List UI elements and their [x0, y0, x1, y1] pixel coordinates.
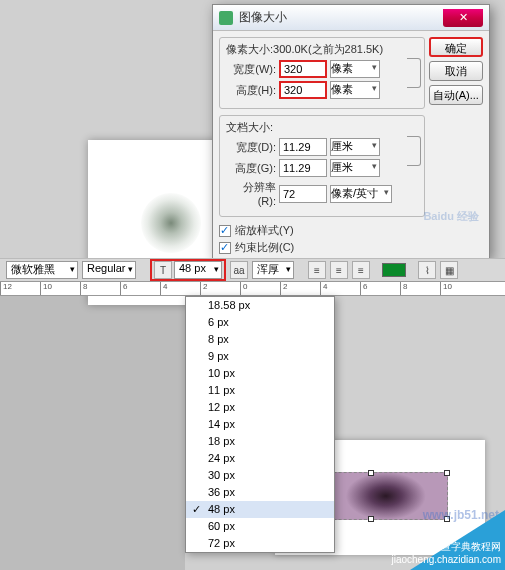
doc-height-input[interactable] [279, 159, 327, 177]
doc-width-unit[interactable]: 厘米 [330, 138, 380, 156]
image-size-dialog: 图像大小 ✕ 像素大小:300.0K(之前为281.5K) 宽度(W): 像素 … [212, 4, 490, 259]
scale-styles-checkbox[interactable]: 缩放样式(Y) [219, 223, 425, 238]
font-size-dropdown: 18.58 px6 px8 px9 px10 px11 px12 px14 px… [185, 296, 335, 553]
constrain-proportions-checkbox[interactable]: 约束比例(C) [219, 240, 425, 255]
transform-handle[interactable] [444, 470, 450, 476]
text-color-swatch[interactable] [382, 263, 406, 277]
checkbox-icon [219, 225, 231, 237]
doc-height-unit[interactable]: 厘米 [330, 159, 380, 177]
close-button[interactable]: ✕ [443, 9, 483, 27]
panel-toggle-icon[interactable]: ▦ [440, 261, 458, 279]
size-option[interactable]: 11 px [186, 382, 334, 399]
size-option[interactable]: 12 px [186, 399, 334, 416]
pixel-size-label: 像素大小:300.0K(之前为281.5K) [226, 42, 418, 57]
corner-text: 查字典教程网 jiaocheng.chazidian.com [391, 540, 501, 566]
font-size-icon: T [154, 261, 172, 279]
resolution-input[interactable] [279, 185, 327, 203]
font-family-select[interactable]: 微软雅黑 [6, 261, 78, 279]
size-option[interactable]: 8 px [186, 331, 334, 348]
size-option[interactable]: 30 px [186, 467, 334, 484]
cancel-button[interactable]: 取消 [429, 61, 483, 81]
link-icon[interactable] [407, 136, 421, 166]
doc-size-label: 文档大小: [226, 120, 418, 135]
text-options-toolbar: 微软雅黑 Regular T 48 px aa 浑厚 ≡ ≡ ≡ ⌇ ▦ [0, 258, 505, 282]
size-option[interactable]: 24 px [186, 450, 334, 467]
horizontal-ruler: 12108642024681012 [0, 282, 505, 296]
align-center-icon[interactable]: ≡ [330, 261, 348, 279]
auto-button[interactable]: 自动(A)... [429, 85, 483, 105]
size-option[interactable]: 60 px [186, 518, 334, 535]
warp-text-icon[interactable]: ⌇ [418, 261, 436, 279]
antialias-icon: aa [230, 261, 248, 279]
dialog-title: 图像大小 [239, 9, 443, 26]
antialias-select[interactable]: 浑厚 [252, 261, 294, 279]
doc-height-label: 高度(G): [226, 161, 276, 176]
size-option[interactable]: 9 px [186, 348, 334, 365]
width-label: 宽度(W): [226, 62, 276, 77]
font-size-select[interactable]: 48 px [174, 261, 222, 279]
size-option[interactable]: 18 px [186, 433, 334, 450]
resolution-label: 分辨率(R): [226, 180, 276, 207]
align-left-icon[interactable]: ≡ [308, 261, 326, 279]
baidu-watermark: Baidu 经验 [423, 209, 479, 224]
height-label: 高度(H): [226, 83, 276, 98]
size-option[interactable]: 18.58 px [186, 297, 334, 314]
ok-button[interactable]: 确定 [429, 37, 483, 57]
size-option[interactable]: 36 px [186, 484, 334, 501]
transform-handle[interactable] [368, 470, 374, 476]
doc-width-label: 宽度(D): [226, 140, 276, 155]
doc-width-input[interactable] [279, 138, 327, 156]
eye-graphic [141, 193, 201, 253]
font-style-select[interactable]: Regular [82, 261, 136, 279]
size-option[interactable]: 48 px [186, 501, 334, 518]
transform-handle[interactable] [368, 516, 374, 522]
size-option[interactable]: 6 px [186, 314, 334, 331]
link-icon[interactable] [407, 58, 421, 88]
resolution-unit[interactable]: 像素/英寸 [330, 185, 392, 203]
size-option[interactable]: 14 px [186, 416, 334, 433]
pixel-height-unit[interactable]: 像素 [330, 81, 380, 99]
app-icon [219, 11, 233, 25]
pixel-dimensions-group: 像素大小:300.0K(之前为281.5K) 宽度(W): 像素 高度(H): … [219, 37, 425, 109]
checkbox-icon [219, 242, 231, 254]
align-right-icon[interactable]: ≡ [352, 261, 370, 279]
document-size-group: 文档大小: 宽度(D): 厘米 高度(G): 厘米 分辨率(R): 像素/英寸 [219, 115, 425, 217]
size-option[interactable]: 72 px [186, 535, 334, 552]
size-option[interactable]: 10 px [186, 365, 334, 382]
pixel-width-input[interactable] [279, 60, 327, 78]
dialog-titlebar[interactable]: 图像大小 ✕ [213, 5, 489, 31]
pixel-height-input[interactable] [279, 81, 327, 99]
pixel-width-unit[interactable]: 像素 [330, 60, 380, 78]
